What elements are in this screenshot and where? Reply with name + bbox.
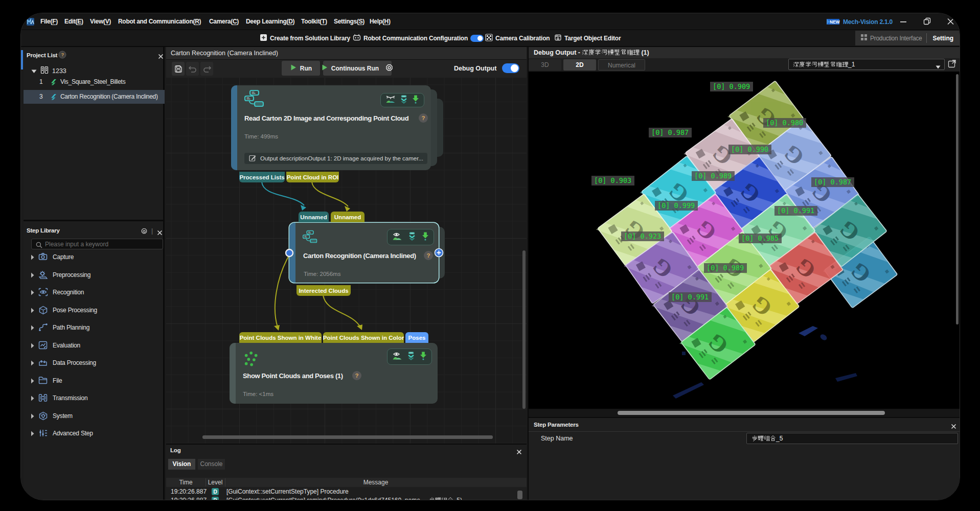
continuous-run-button[interactable]: Continuous Run xyxy=(323,61,392,76)
node-add-port-icon[interactable] xyxy=(434,248,444,260)
graph-tab-title[interactable]: Carton Recognition (Camera Inclined) xyxy=(171,50,278,57)
expand-caret-icon[interactable] xyxy=(31,378,34,385)
menu-edit[interactable]: Edit(E) xyxy=(64,13,83,30)
log-tab-console[interactable]: Console xyxy=(198,459,225,470)
step-category-capture[interactable]: Capture xyxy=(24,249,165,265)
step-category-preprocessing[interactable]: Preprocessing xyxy=(24,267,165,283)
port-label[interactable]: Point Clouds Shown in Color xyxy=(323,332,404,343)
expand-caret-icon[interactable] xyxy=(31,413,34,421)
production-interface-button[interactable]: Production Interface xyxy=(870,35,922,42)
log-row[interactable]: 19:20:26.887 D [GuiContext::setCurrentSt… xyxy=(166,487,527,496)
popout-view-icon[interactable] xyxy=(948,59,956,70)
download-icon[interactable] xyxy=(419,351,427,362)
minimize-button[interactable] xyxy=(900,17,907,26)
visibility-icon[interactable] xyxy=(392,351,403,362)
port-label[interactable]: Unnamed xyxy=(299,212,329,222)
node-help-icon[interactable]: ? xyxy=(352,371,361,380)
download-icon[interactable] xyxy=(412,95,420,106)
debug-view-tab-2d[interactable]: 2D xyxy=(563,59,596,71)
expand-caret-icon[interactable] xyxy=(31,254,34,262)
port-label[interactable]: Processed Lists xyxy=(239,172,285,182)
step-name-input[interactable]: _5 xyxy=(746,433,958,444)
graph-canvas[interactable]: Read Carton 2D Image and Corresponding P… xyxy=(166,78,527,444)
visibility-icon[interactable] xyxy=(392,231,403,243)
expand-caret-icon[interactable] xyxy=(31,431,34,438)
project-list-close-icon[interactable] xyxy=(158,52,164,61)
collapse-icon[interactable] xyxy=(399,95,408,106)
node-help-icon[interactable]: ? xyxy=(424,251,433,260)
continuous-run-settings-icon[interactable] xyxy=(385,63,394,74)
restore-button[interactable] xyxy=(923,17,931,26)
debug-source-dropdown[interactable]: _1 xyxy=(788,59,945,70)
expand-caret-icon[interactable] xyxy=(31,396,34,403)
collapse-icon[interactable] xyxy=(407,231,417,243)
step-category-data-processing[interactable]: Data Processing xyxy=(24,355,165,370)
menu-file[interactable]: File(F) xyxy=(40,13,58,30)
target-object-editor-button[interactable]: Target Object Editor xyxy=(554,31,621,46)
run-button[interactable]: Run xyxy=(282,61,320,76)
save-button[interactable] xyxy=(172,62,185,76)
expand-caret-icon[interactable] xyxy=(31,325,34,332)
port-label[interactable]: Point Cloud in ROI xyxy=(286,172,339,182)
log-vertical-scrollbar[interactable] xyxy=(517,491,522,499)
log-close-icon[interactable] xyxy=(516,448,522,457)
project-root-row[interactable]: 1233 xyxy=(31,66,66,76)
log-row[interactable]: 19:20:26.887 D [GuiContext::setCurrentSt… xyxy=(166,496,527,500)
node-help-icon[interactable]: ? xyxy=(419,113,428,123)
project-item-3[interactable]: 3 Carton Recognition (Camera Inclined) xyxy=(24,90,165,104)
debug-image-view[interactable]: G G G xyxy=(529,72,960,409)
tree-collapse-caret-icon[interactable] xyxy=(31,66,37,76)
undo-button[interactable] xyxy=(186,62,199,76)
menu-toolkit[interactable]: Toolkit(T) xyxy=(301,13,327,30)
debug-output-toggle[interactable] xyxy=(502,63,519,73)
download-icon[interactable] xyxy=(421,231,429,243)
graph-node-3[interactable]: Show Point Clouds and Poses (1)?Time: <1… xyxy=(230,343,438,404)
redo-button[interactable] xyxy=(200,62,213,76)
node-output-description[interactable]: Output descriptionOutput 1: 2D image acq… xyxy=(244,153,427,164)
debug-view-tab-numerical[interactable]: Numerical xyxy=(598,59,645,71)
robot-communication-toggle[interactable] xyxy=(470,35,484,42)
port-label[interactable]: Unnamed xyxy=(331,212,364,222)
graph-node-2[interactable]: Carton Recognition (Camera Inclined)?Tim… xyxy=(289,223,439,283)
graph-node-1[interactable]: Read Carton 2D Image and Corresponding P… xyxy=(231,85,431,170)
canvas-horizontal-scrollbar[interactable] xyxy=(202,435,493,439)
step-category-advanced-step[interactable]: Advanced Step xyxy=(24,426,165,441)
debug-horizontal-scrollbar[interactable] xyxy=(618,411,885,415)
step-search-input[interactable]: Please input a keyword xyxy=(31,239,163,249)
debug-view-tab-3d[interactable]: 3D xyxy=(529,59,561,71)
step-category-path-planning[interactable]: Path Planning xyxy=(24,320,165,335)
step-library-settings-icon[interactable] xyxy=(140,227,148,237)
canvas-vertical-scrollbar[interactable] xyxy=(522,250,526,409)
expand-caret-icon[interactable] xyxy=(31,290,34,297)
menu-help[interactable]: Help(H) xyxy=(370,13,391,30)
step-category-system[interactable]: System xyxy=(24,408,165,424)
debug-vertical-scrollbar[interactable] xyxy=(956,74,959,324)
menu-deep-learning[interactable]: Deep Learning(D) xyxy=(246,13,294,30)
visibility-icon[interactable] xyxy=(385,95,396,106)
log-tab-vision[interactable]: Vision xyxy=(168,459,195,470)
step-library-close-icon[interactable] xyxy=(157,228,163,238)
menu-camera[interactable]: Camera(C) xyxy=(209,13,239,30)
node-input-port[interactable] xyxy=(285,248,294,260)
expand-caret-icon[interactable] xyxy=(31,343,34,350)
step-category-recognition[interactable]: Recognition xyxy=(24,285,165,300)
camera-calibration-button[interactable]: Camera Calibration xyxy=(485,31,550,46)
step-category-pose-processing[interactable]: Pose Processing xyxy=(24,303,165,318)
setting-button[interactable]: Setting xyxy=(932,35,953,42)
port-label[interactable]: Interected Clouds xyxy=(297,285,351,296)
menu-settings[interactable]: Settings(S) xyxy=(334,13,364,30)
project-list-help-icon[interactable]: ? xyxy=(58,51,66,61)
close-button[interactable] xyxy=(947,17,954,26)
create-from-solution-library-button[interactable]: Create from Solution Library xyxy=(260,31,350,46)
step-category-file[interactable]: File xyxy=(24,373,165,388)
expand-caret-icon[interactable] xyxy=(31,272,34,280)
port-label[interactable]: Poses xyxy=(405,332,428,343)
menu-robot-and-communication[interactable]: Robot and Communication(R) xyxy=(118,13,201,30)
project-item-1[interactable]: 1 Vis_Square_Steel_Billets xyxy=(24,75,165,89)
step-category-evaluation[interactable]: Evaluation xyxy=(24,338,165,353)
collapse-icon[interactable] xyxy=(406,351,416,362)
step-parameters-close-icon[interactable] xyxy=(951,422,956,431)
step-category-transmission[interactable]: Transmission xyxy=(24,390,165,406)
expand-caret-icon[interactable] xyxy=(31,308,34,315)
expand-caret-icon[interactable] xyxy=(31,360,34,367)
